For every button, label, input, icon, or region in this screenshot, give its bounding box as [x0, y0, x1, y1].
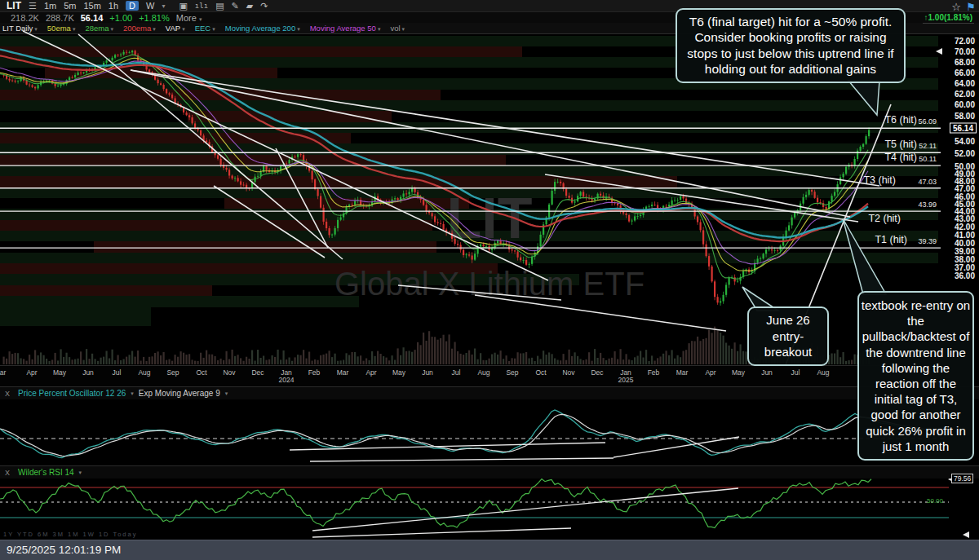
- current-price-box: 56.14: [950, 122, 977, 133]
- rsi-line: [0, 479, 871, 528]
- annotation-textbook-reentry[interactable]: textbook re-entry on the pullback/backte…: [857, 291, 974, 461]
- price-axis-label: 70.00: [955, 47, 975, 56]
- target-value: 39.39: [918, 237, 937, 245]
- target-label[interactable]: T6 (hit): [884, 114, 917, 126]
- ppo-panel-header: X Price Percent Oscillator 12 26 ▾ Exp M…: [0, 386, 979, 399]
- target-value: 43.99: [918, 201, 937, 209]
- target-label[interactable]: T4 (hit): [884, 152, 917, 163]
- month-label: Jun: [422, 368, 433, 377]
- rsi-dropdown-icon[interactable]: ▾: [79, 470, 82, 476]
- month-label: Sep: [506, 368, 518, 377]
- flag-icon[interactable]: ⚑: [966, 1, 976, 13]
- price-axis-label: 52.00: [955, 149, 975, 158]
- month-label: Jul: [113, 368, 122, 377]
- ppo-ema-dropdown-icon[interactable]: ▾: [225, 390, 228, 397]
- month-label: Aug: [477, 368, 490, 377]
- rsi-mid-level-label: 50.00: [927, 497, 943, 505]
- target-value: 56.09: [918, 117, 937, 126]
- ppo-signal-line: [0, 414, 940, 456]
- month-label: Oct: [535, 368, 546, 377]
- month-label: Sep: [166, 368, 179, 377]
- month-label: Mar: [337, 368, 349, 377]
- top-right-change-badge: ↑1.00(1.81%): [923, 13, 974, 24]
- charting-app: LITGlobal X Lithium ETF LIT ☰ 1m 5m 15m …: [0, 0, 979, 560]
- month-label: Jun: [761, 368, 773, 377]
- month-label: Nov: [223, 368, 235, 377]
- watermark-name: Global X Lithium ETF: [334, 266, 645, 302]
- price-axis-label: 58.00: [955, 112, 975, 121]
- month-label: Jun: [82, 368, 94, 377]
- target-label[interactable]: T3 (hit): [863, 174, 896, 186]
- month-label: Nov: [562, 368, 574, 377]
- year-label: 2025: [618, 376, 634, 384]
- annotation-june-entry[interactable]: June 26 entry- breakout: [747, 306, 829, 366]
- price-axis-label: 62.00: [955, 90, 975, 99]
- rsi-close-icon[interactable]: X: [5, 469, 10, 477]
- rsi-panel-header: X Wilder's RSI 14 ▾: [0, 465, 979, 478]
- year-label: 2024: [279, 376, 295, 384]
- month-label: May: [392, 368, 405, 377]
- price-axis-label: 66.00: [955, 68, 975, 77]
- month-label: Aug: [817, 368, 829, 377]
- star-icon[interactable]: ☆: [951, 1, 961, 13]
- month-label: Dec: [591, 368, 603, 377]
- price-axis-label: 72.00: [955, 37, 975, 46]
- month-label: Apr: [365, 368, 376, 377]
- month-label: Feb: [308, 368, 321, 377]
- price-axis-label: 36.00: [955, 271, 975, 280]
- price-axis-label: 64.00: [955, 79, 975, 88]
- ppo-dropdown-icon[interactable]: ▾: [131, 390, 134, 397]
- month-label: Apr: [705, 368, 715, 377]
- zoom-range-links[interactable]: 1Y YTD 6M 3M 1M 1W 1D Today: [3, 531, 330, 540]
- month-label: May: [53, 368, 66, 377]
- month-label: Mar: [676, 368, 689, 377]
- rsi-trendline[interactable]: [312, 528, 571, 537]
- month-label: May: [732, 368, 745, 377]
- axis-marker-icon: [936, 48, 942, 55]
- ppo-line: [0, 410, 940, 458]
- month-label: Jul: [452, 368, 461, 377]
- rsi-trendline[interactable]: [312, 488, 738, 531]
- month-label: Apr: [26, 368, 37, 377]
- price-axis-label: 68.00: [955, 58, 975, 67]
- status-datetime: 9/25/2025 12:01:19 PM: [7, 540, 121, 560]
- month-label: Mar: [0, 368, 6, 377]
- price-axis-label: 60.00: [955, 100, 975, 109]
- ppo-trendline[interactable]: [310, 458, 614, 461]
- target-value: 52.11: [919, 142, 937, 150]
- month-label: Oct: [196, 368, 206, 377]
- target-label[interactable]: T5 (hit): [884, 139, 917, 150]
- rsi-title[interactable]: Wilder's RSI 14: [18, 468, 74, 477]
- month-label: Jul: [791, 368, 800, 377]
- rsi-current-value: 79.56: [951, 474, 973, 483]
- ppo-close-icon[interactable]: X: [5, 390, 10, 398]
- month-label: Aug: [138, 368, 150, 377]
- target-value: 47.03: [918, 178, 937, 186]
- ppo-ema-label[interactable]: Exp Moving Average 9: [139, 389, 220, 398]
- month-label: Feb: [648, 368, 660, 377]
- month-label: Dec: [251, 368, 264, 377]
- date-axis[interactable]: MarAprMayJunJulAugSepOctNovDecJanFebMarA…: [0, 365, 942, 387]
- target-label[interactable]: T1 (hit): [875, 234, 907, 245]
- ppo-title[interactable]: Price Percent Oscillator 12 26: [18, 389, 126, 398]
- price-axis-label: 54.00: [955, 137, 975, 146]
- target-value: 50.11: [919, 155, 937, 163]
- axis-marker-icon: [963, 531, 969, 538]
- annotation-final-target[interactable]: T6 (final target) hit for a ~50% profit.…: [676, 8, 906, 83]
- status-bar: 9/25/2025 12:01:19 PM: [0, 540, 979, 560]
- target-label[interactable]: T2 (hit): [868, 213, 901, 224]
